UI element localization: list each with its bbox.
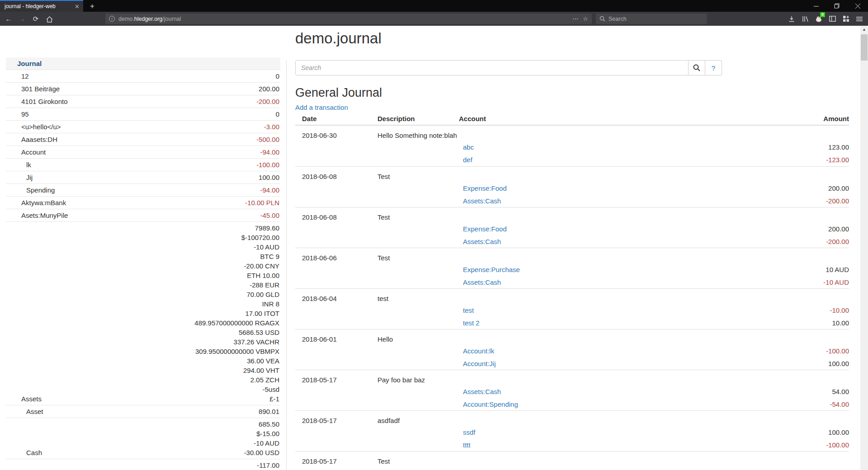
home-icon (46, 16, 53, 23)
posting-account-link[interactable]: ssdf (463, 426, 476, 439)
transaction-row[interactable]: 2018-05-17Test (295, 451, 849, 470)
posting-account-link[interactable]: Account:lk (463, 345, 494, 357)
sidebar-account-link[interactable]: Aaasets:DH (6, 135, 256, 144)
balance-amount: 100.00 (259, 173, 279, 182)
search-help-button[interactable]: ? (705, 60, 722, 75)
sidebar-account-row: Aaasets:DH-500.00 (6, 133, 280, 146)
transaction-description: test (377, 295, 388, 302)
posting-account-link[interactable]: Assets:Cash (463, 235, 501, 248)
balance-amount: -200.00 (256, 97, 279, 106)
transaction-row[interactable]: 2018-06-01HelloAccount:lk-100.00Account:… (295, 329, 849, 370)
posting-amount: 100.00 (828, 357, 849, 370)
sidebar-account-link[interactable]: <u>hello</u> (6, 122, 264, 132)
browser-window: journal - hledger-web ✕ + ← → ⟳ (0, 0, 868, 470)
restore-icon (834, 3, 840, 9)
journal-table: Date Description Account Amount 2018-06-… (295, 115, 849, 470)
sidebar-account-link[interactable]: Assets (6, 394, 194, 404)
sidebar-account-balance: -117.00 (257, 461, 279, 470)
back-button[interactable]: ← (2, 15, 15, 23)
site-info-icon[interactable]: i (109, 16, 115, 22)
balance-amount: -45.00 (260, 211, 279, 220)
balance-amount: 890.01 (259, 407, 279, 416)
balance-amount: 200.00 (259, 84, 279, 94)
balance-amount: £-1 (194, 394, 279, 404)
transaction-row[interactable]: 2018-06-30Hello Something note:blahabc12… (295, 126, 849, 166)
posting-account-link[interactable]: Account:Jij (463, 357, 496, 370)
posting-account-link[interactable]: Expense:Food (463, 182, 507, 195)
posting-amount: 200.00 (828, 223, 849, 235)
balance-amount: -94.00 (260, 147, 279, 157)
sidebar-account-link[interactable]: Cash (6, 448, 244, 457)
sidebar-account-link[interactable]: 4101 Girokonto (6, 97, 256, 106)
transaction-row[interactable]: 2018-05-17Pay foo bar bazAssets:Cash54.0… (295, 370, 849, 410)
balance-amount: -500.00 (256, 135, 279, 144)
home-button[interactable] (42, 15, 56, 23)
transaction-row[interactable]: 2018-06-08TestExpense:Food200.00Assets:C… (295, 166, 849, 207)
sidebar-account-link[interactable]: Asets:MunyPile (6, 211, 260, 220)
posting-row: Assets:Cash54.00 (463, 385, 849, 398)
minimize-button[interactable] (806, 0, 826, 12)
posting-account-link[interactable]: test (463, 304, 474, 317)
posting-account-link[interactable]: Assets:Cash (463, 276, 501, 289)
page-scrollbar[interactable]: ▲ (860, 26, 868, 470)
extension-badge: 0 (820, 12, 825, 17)
downloads-button[interactable] (785, 13, 798, 24)
download-icon (788, 16, 795, 22)
transaction-row[interactable]: 2018-05-17asdfadfssdf100.00tttt-100.00 (295, 410, 849, 451)
sidebar-account-link[interactable]: Asset (6, 407, 259, 416)
sidebar-account-balance: 7989.60$-100720.00-10 AUDBTC 9-20.00 CNY… (194, 223, 279, 404)
sidebar-journal-row[interactable]: Journal (6, 57, 280, 70)
posting-account-link[interactable]: Account:Spending (463, 398, 518, 411)
posting-account-link[interactable]: Expense:Purchase (463, 263, 520, 276)
sidebar-account-link[interactable]: lk (6, 160, 256, 169)
sidebar-account-link[interactable]: Account (6, 147, 260, 157)
posting-account-link[interactable]: abc (463, 141, 474, 154)
sidebar-account-link[interactable]: 95 (6, 109, 276, 119)
balance-amount: 0 (276, 109, 279, 119)
url-bar[interactable]: i demo.hledger.org/journal ⋯ ☆ (105, 14, 592, 24)
transaction-row[interactable]: 2018-06-06TestExpense:Purchase10 AUDAsse… (295, 248, 849, 288)
new-tab-button[interactable]: + (87, 1, 98, 12)
forward-button[interactable]: → (15, 15, 29, 23)
transaction-description: Test (377, 173, 390, 180)
sidebar-account-link[interactable]: Jij (6, 173, 259, 182)
posting-account-link[interactable]: test 2 (463, 317, 480, 329)
search-input[interactable] (295, 60, 689, 75)
library-button[interactable] (798, 13, 812, 24)
sidebar-account-row: Spending-94.00 (6, 184, 280, 197)
chrome-search-bar[interactable]: Search (596, 14, 707, 24)
menu-button[interactable] (853, 13, 866, 24)
bookmark-star-icon[interactable]: ☆ (583, 15, 588, 22)
add-transaction-link[interactable]: Add a transaction (295, 103, 348, 111)
transaction-description: Test (377, 457, 390, 465)
sidebar-toggle-button[interactable] (826, 13, 839, 24)
search-submit-button[interactable] (689, 60, 705, 75)
posting-account-link[interactable]: Assets:Cash (463, 195, 501, 207)
sidebar-account-link[interactable]: 301 Beiträge (6, 84, 259, 94)
scrollbar-thumb[interactable] (861, 34, 868, 61)
posting-account-link[interactable]: def (463, 154, 472, 166)
sidebar-account-row: Asets:MunyPile-45.00 (6, 209, 280, 222)
adblock-extension-icon[interactable]: 0 (812, 13, 826, 24)
sidebar-journal-link[interactable]: Journal (6, 59, 279, 68)
reload-button[interactable]: ⟳ (29, 15, 42, 23)
tab-close-icon[interactable]: ✕ (75, 3, 80, 10)
posting-account-link[interactable]: tttt (463, 439, 471, 451)
transaction-summary: 2018-05-17asdfadf (295, 411, 849, 426)
posting-account-link[interactable]: Expense:Food (463, 223, 507, 235)
transaction-row[interactable]: 2018-06-08TestExpense:Food200.00Assets:C… (295, 207, 849, 248)
sidebar-account-link[interactable]: Aktywa:mBank (6, 198, 245, 207)
transaction-description: Hello Something note:blah (377, 132, 457, 139)
tab-title: journal - hledger-web (5, 3, 72, 9)
close-button[interactable] (847, 0, 868, 12)
browser-tab[interactable]: journal - hledger-web ✕ (0, 0, 83, 12)
sidebar-account-link[interactable]: Spending (6, 185, 260, 195)
sidebar-account-link[interactable]: 12 (6, 71, 276, 81)
activity-grid-button[interactable] (839, 13, 853, 24)
posting-row: Expense:Food200.00 (463, 223, 849, 235)
page-actions-icon[interactable]: ⋯ (572, 15, 578, 22)
posting-account-link[interactable]: Assets:Cash (463, 385, 501, 398)
restore-button[interactable] (826, 0, 847, 12)
scroll-up-icon[interactable]: ▲ (860, 26, 868, 33)
transaction-row[interactable]: 2018-06-04testtest-10.00test 210.00 (295, 288, 849, 329)
